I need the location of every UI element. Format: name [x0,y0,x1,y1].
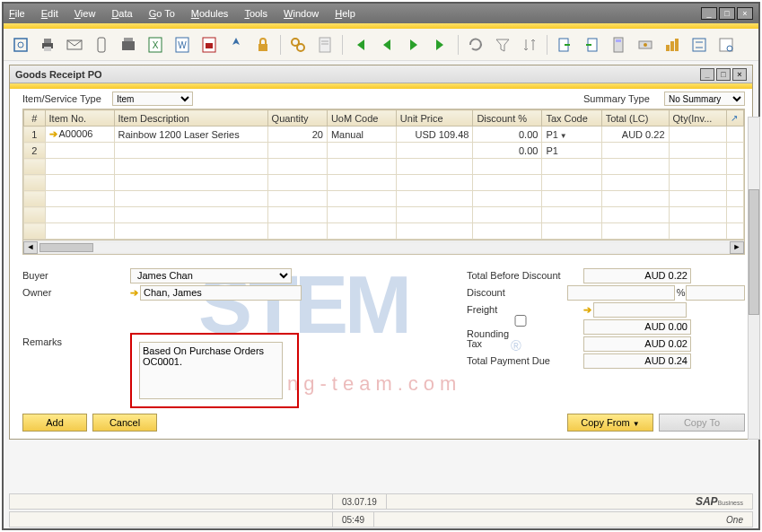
fax-icon[interactable] [118,35,138,55]
scroll-thumb[interactable] [39,243,93,252]
email-icon[interactable] [65,35,84,55]
svg-rect-24 [616,39,621,42]
sms-icon[interactable] [92,35,111,55]
excel-icon[interactable]: X [145,35,165,55]
menu-window[interactable]: Window [284,8,319,19]
menu-modules[interactable]: Modules [191,8,229,19]
menu-view[interactable]: View [74,8,96,19]
volume-icon[interactable] [662,35,682,55]
freight-label: Freight [467,304,583,315]
grid-hscrollbar[interactable]: ◄ ► [23,240,744,254]
svg-rect-33 [720,39,732,51]
prev-record-icon[interactable] [377,35,397,55]
lock-icon[interactable] [253,35,273,55]
menu-tools[interactable]: Tools [244,8,267,19]
rounding-checkbox[interactable] [467,315,574,327]
subwin-minimize-button[interactable]: _ [700,68,714,81]
svg-rect-28 [670,41,674,51]
last-record-icon[interactable] [431,35,451,55]
status-cell-1 [10,494,333,509]
link-arrow-icon[interactable]: ➔ [49,128,57,139]
grid-row[interactable] [24,175,744,191]
scroll-track[interactable] [39,243,728,252]
calc-icon[interactable] [609,35,628,55]
col-tax[interactable]: Tax Code [542,110,601,126]
menu-help[interactable]: Help [335,8,355,19]
col-itemno[interactable]: Item No. [45,110,114,126]
target-doc-icon[interactable] [582,35,601,55]
col-uom[interactable]: UoM Code [327,110,396,126]
scroll-left-button[interactable]: ◄ [23,241,38,254]
add-button[interactable]: Add [22,414,87,432]
grid-row[interactable] [24,159,744,175]
grid-row[interactable] [24,223,744,240]
app-close-button[interactable]: × [737,7,753,20]
subwin-close-button[interactable]: × [732,68,747,81]
vscroll-thumb[interactable] [749,189,759,315]
grid-row[interactable] [24,207,744,223]
subwindow-titlebar[interactable]: Goods Receipt PO _ □ × [10,65,752,83]
expand-grid-icon[interactable]: ↗ [726,110,743,126]
app-maximize-button[interactable]: □ [719,7,735,20]
rounding-field[interactable] [583,319,691,335]
trans-icon[interactable] [689,35,709,55]
print-icon[interactable] [38,35,57,55]
col-disc[interactable]: Discount % [473,110,542,126]
dropdown-icon[interactable]: ▼ [560,132,567,140]
freight-field[interactable] [593,302,687,318]
svg-rect-14 [206,43,213,48]
first-record-icon[interactable] [350,35,370,55]
buyer-select[interactable]: James Chan [130,268,292,283]
summary-type-select[interactable]: No Summary [664,92,745,106]
copy-from-button[interactable]: Copy From ▼ [567,414,653,432]
app-minimize-button[interactable]: _ [701,7,717,20]
col-total[interactable]: Total (LC) [601,110,669,126]
base-doc-icon[interactable] [555,35,574,55]
total-due-field[interactable] [583,353,691,369]
subwin-maximize-button[interactable]: □ [716,68,731,81]
menubar: File Edit View Data Go To Modules Tools … [4,4,758,23]
sort-icon[interactable] [520,35,539,55]
copy-to-button[interactable]: Copy To [659,414,745,432]
svg-point-1 [18,42,23,48]
cancel-button[interactable]: Cancel [92,414,157,432]
col-qty[interactable]: Quantity [267,110,327,126]
menu-data[interactable]: Data [111,8,132,19]
app-vscrollbar[interactable] [748,117,760,440]
col-price[interactable]: Unit Price [396,110,473,126]
total-before-field[interactable] [583,268,691,283]
next-record-icon[interactable] [404,35,424,55]
buyer-label: Buyer [22,270,130,281]
document-icon[interactable] [315,35,335,55]
launch-icon[interactable] [226,35,246,55]
find-icon[interactable] [288,35,308,55]
svg-rect-0 [14,39,27,51]
grid-row[interactable]: 2 0.00 P1 [24,143,744,159]
filter-icon[interactable] [493,35,512,55]
preview-icon[interactable] [11,35,31,55]
link-arrow-icon[interactable]: ➔ [583,304,591,316]
discount-label: Discount [467,287,567,298]
menu-file[interactable]: File [9,8,25,19]
remarks-label: Remarks [22,333,130,408]
remarks-textarea[interactable]: Based On Purchase Orders OC0001. [139,342,283,399]
payment-icon[interactable] [635,35,655,55]
col-desc[interactable]: Item Description [114,110,267,126]
scroll-right-button[interactable]: ► [730,241,744,254]
grid-row[interactable] [24,191,744,207]
discount-value-field[interactable] [686,285,745,301]
owner-field[interactable] [140,285,302,301]
discount-pct-field[interactable] [567,285,675,301]
menu-edit[interactable]: Edit [41,8,58,19]
col-qtyinv[interactable]: Qty(Inv... [669,110,726,126]
col-num[interactable]: # [24,110,46,126]
pdf-icon[interactable] [199,35,219,55]
layout-icon[interactable] [716,35,736,55]
tax-field[interactable] [583,336,691,352]
item-service-select[interactable]: Item [112,92,193,106]
link-arrow-icon[interactable]: ➔ [130,287,138,299]
word-icon[interactable]: W [172,35,192,55]
menu-goto[interactable]: Go To [149,8,175,19]
grid-row[interactable]: 1 ➔A00006 Rainbow 1200 Laser Series 20 M… [24,126,744,143]
refresh-icon[interactable] [466,35,486,55]
